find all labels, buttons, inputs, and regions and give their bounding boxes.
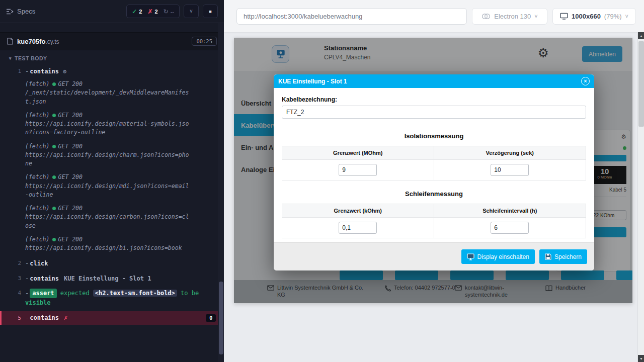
viewport-size: 1000x660 — [572, 13, 601, 20]
command-row[interactable]: 3 -containsKUE Einstellung - Slot 1 — [0, 273, 224, 285]
fail-cross-icon: ✗ — [64, 313, 67, 323]
fetch-log-entry[interactable]: (fetch)GET 200https://api.iconify.design… — [0, 204, 224, 230]
fetch-label: (fetch) — [25, 143, 49, 150]
isolation-delay-input[interactable] — [491, 164, 529, 176]
status-dot-icon — [52, 175, 56, 179]
scroll-up-button[interactable]: ▲ — [638, 32, 644, 39]
browser-label: Electron 130 — [494, 13, 531, 20]
save-button[interactable]: Speichern — [539, 249, 587, 264]
spec-header: kue705fo.cy.ts 00:25 — [0, 32, 224, 50]
fetch-log-entry[interactable]: (fetch)GET 200/_next/static/development/… — [0, 80, 224, 106]
command-name: contains — [30, 275, 59, 282]
get-status: GET 200 — [58, 143, 82, 150]
get-status: GET 200 — [58, 112, 82, 119]
fetch-log-entry[interactable]: (fetch)GET 200https://api.iconify.design… — [0, 235, 224, 253]
fetch-url: https://api.iconify.design/charm.json?ic… — [25, 151, 189, 167]
display-on-button[interactable]: Display einschalten — [461, 249, 535, 264]
column-header: Grenzwert (kOhm) — [282, 204, 434, 217]
column-header: Verzögerung (sek) — [434, 146, 586, 159]
chevron-down-icon: ˅ — [190, 9, 193, 14]
aut-area: Stationsname CPLV4_Maschen ⚙ Abmelden Üb… — [224, 32, 644, 362]
error-count-badge: 0 — [206, 314, 216, 322]
fetch-url: https://api.iconify.design/bi.json?icons… — [25, 244, 182, 251]
browser-select[interactable]: Electron 130 ˅ — [472, 8, 547, 25]
fetch-log-entry[interactable]: (fetch)GET 200https://api.iconify.design… — [0, 142, 224, 168]
reporter-scroll-thumb[interactable] — [219, 282, 223, 354]
stat-pending: ↻-- — [164, 8, 174, 15]
schleifen-table: Grenzwert (kOhm) Schleifenintervall (h) — [282, 204, 586, 238]
chevron-down-icon: ˅ — [625, 13, 628, 19]
fetch-label: (fetch) — [25, 236, 49, 243]
command-number: 3 — [0, 274, 25, 282]
page-scroll-thumb[interactable] — [638, 41, 644, 127]
assert-message: expected — [60, 290, 90, 297]
runner-right-pane: Electron 130 ˅ 1000x660 (79%) ˅ Stations… — [224, 0, 644, 362]
stop-icon: ■ — [209, 9, 211, 14]
command-detail: KUE Einstellung - Slot 1 — [64, 275, 151, 282]
command-row[interactable]: 2 -click — [0, 257, 224, 270]
assert-message: to be — [181, 290, 199, 297]
reporter-scrollbar[interactable] — [218, 23, 224, 362]
file-icon — [7, 38, 13, 45]
command-row-assert[interactable]: 4 -assert expected <h2.text-sm.font-bold… — [0, 287, 224, 309]
command-name: contains — [30, 68, 59, 75]
pending-count: -- — [171, 9, 174, 15]
command-row[interactable]: 1 -contains⚙ — [0, 65, 224, 78]
get-status: GET 200 — [58, 205, 82, 212]
status-dot-icon — [52, 82, 56, 86]
command-name: contains — [30, 313, 59, 323]
column-header: Schleifenintervall (h) — [434, 204, 586, 217]
section-title-schleifen: Schleifenmessung — [282, 190, 586, 198]
viewport-select[interactable]: 1000x660 (79%) ˅ — [552, 8, 636, 25]
fetch-url: https://api.iconify.design/mdi.json?icon… — [25, 183, 189, 198]
check-icon: ✓ — [132, 8, 137, 15]
display-icon — [467, 253, 474, 260]
cypress-reporter: Specs ✓2 ✗2 ↻-- ˅ ■ kue705fo.cy.ts 00:25… — [0, 0, 224, 362]
collapse-icon: ▾ — [9, 56, 12, 61]
test-body-label: TEST BODY — [15, 55, 47, 61]
monitor-icon — [560, 13, 568, 20]
failed-command-row[interactable]: 5 -contains✗ 0 — [0, 311, 224, 325]
cross-icon: ✗ — [147, 8, 152, 15]
cable-name-input[interactable] — [282, 106, 586, 119]
scroll-down-icon: ▼ — [639, 357, 643, 360]
close-icon: × — [584, 79, 587, 84]
passed-count: 2 — [139, 9, 142, 15]
specs-button[interactable]: Specs — [6, 8, 35, 15]
isolation-table: Grenzwert (MOhm) Verzögerung (sek) — [282, 146, 586, 180]
test-body-section[interactable]: ▾ TEST BODY — [0, 50, 224, 65]
fetch-url: https://api.iconify.design/material-symb… — [25, 120, 189, 136]
kue-settings-modal: KUE Einstellung - Slot 1 × Kabelbezeichn… — [274, 74, 594, 270]
command-number: 2 — [0, 259, 25, 266]
browsers-venn-icon — [481, 13, 491, 20]
assert-badge: assert — [30, 289, 56, 298]
aut-chrome-bar: Electron 130 ˅ 1000x660 (79%) ˅ — [224, 0, 644, 32]
page-scrollbar[interactable]: ▲ ▼ — [637, 32, 644, 362]
save-floppy-icon — [545, 253, 551, 260]
isolation-limit-input[interactable] — [339, 164, 377, 176]
get-status: GET 200 — [58, 236, 82, 243]
scroll-down-button[interactable]: ▼ — [638, 355, 644, 362]
viewport-zoom: (79%) — [604, 13, 622, 20]
loop-interval-input[interactable] — [491, 222, 529, 234]
command-name: click — [30, 260, 48, 267]
loop-limit-input[interactable] — [339, 222, 377, 234]
modal-footer: Display einschalten Speichern — [274, 242, 594, 270]
spec-time-badge: 00:25 — [192, 37, 217, 46]
column-header: Grenzwert (MOhm) — [282, 146, 434, 159]
assert-code: <h2.text-sm.font-bold> — [93, 290, 177, 297]
fetch-label: (fetch) — [25, 205, 49, 212]
command-number: 1 — [0, 67, 25, 74]
command-number: 5 — [2, 315, 25, 321]
url-input[interactable] — [236, 8, 467, 25]
status-dot-icon — [52, 238, 56, 241]
spec-ext: .cy.ts — [45, 38, 59, 45]
stop-run-button[interactable]: ■ — [203, 5, 218, 18]
fetch-log-entry[interactable]: (fetch)GET 200https://api.iconify.design… — [0, 111, 224, 137]
stat-passed: ✓2 — [132, 8, 142, 15]
run-stats: ✓2 ✗2 ↻-- — [126, 5, 180, 18]
modal-close-button[interactable]: × — [581, 77, 590, 85]
collapse-all-button[interactable]: ˅ — [184, 5, 199, 18]
fetch-log-entry[interactable]: (fetch)GET 200https://api.iconify.design… — [0, 173, 224, 199]
scroll-up-icon: ▲ — [639, 34, 643, 38]
